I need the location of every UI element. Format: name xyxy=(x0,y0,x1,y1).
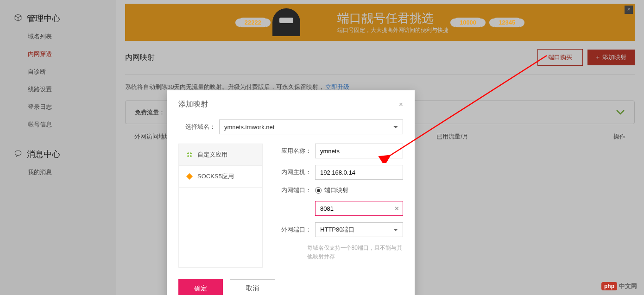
app-name-label: 应用名称： xyxy=(274,147,311,155)
ext-port-select[interactable]: HTTP80端口 xyxy=(315,222,403,237)
host-input[interactable] xyxy=(315,165,403,180)
add-mapping-modal: 添加映射 × 选择域名： ymnets.imwork.net 自定义应用 SOC… xyxy=(167,90,415,295)
caret-down-icon xyxy=(393,126,398,128)
diamond-icon xyxy=(186,173,193,180)
app-type-tabs: 自定义应用 SOCKS5应用 xyxy=(178,144,263,268)
port-mapping-radio[interactable]: 端口映射 xyxy=(315,186,348,195)
app-name-input[interactable] xyxy=(315,144,403,158)
port-label: 内网端口： xyxy=(274,186,311,195)
domain-select[interactable]: ymnets.imwork.net xyxy=(219,119,403,134)
watermark: php 中文网 xyxy=(601,282,637,290)
tab-custom-app[interactable]: 自定义应用 xyxy=(179,144,262,166)
modal-title: 添加映射 xyxy=(178,100,208,109)
confirm-button[interactable]: 确定 xyxy=(178,279,223,295)
port-input[interactable] xyxy=(315,201,403,216)
domain-label: 选择域名： xyxy=(178,123,215,131)
host-label: 内网主机： xyxy=(274,168,311,176)
ext-port-label: 外网端口： xyxy=(274,226,311,234)
watermark-text: 中文网 xyxy=(619,282,637,290)
watermark-badge: php xyxy=(601,282,617,290)
cancel-button[interactable]: 取消 xyxy=(230,279,275,295)
clear-input-button[interactable]: ✕ xyxy=(394,205,399,212)
radio-checked-icon xyxy=(315,187,322,194)
port-hint: 每域名仅支持一个80端口，且不能与其他映射并存 xyxy=(307,244,403,261)
caret-down-icon xyxy=(393,229,398,231)
grid-icon xyxy=(186,151,193,158)
modal-close-button[interactable]: × xyxy=(399,100,403,109)
tab-socks5-app[interactable]: SOCKS5应用 xyxy=(179,166,262,188)
